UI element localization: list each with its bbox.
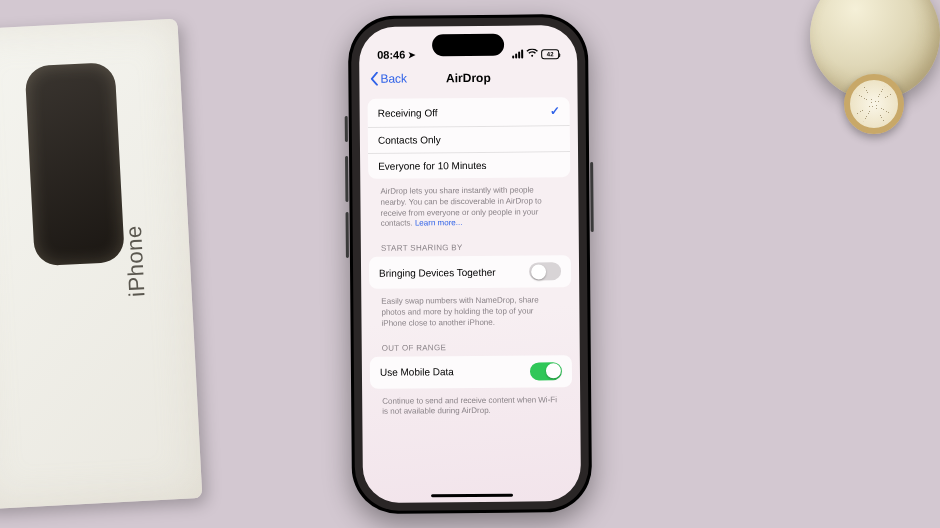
row-use-mobile-data[interactable]: Use Mobile Data <box>370 355 572 389</box>
range-footer: Continue to send and receive content whe… <box>370 391 572 418</box>
receiving-footer: AirDrop lets you share instantly with pe… <box>368 181 570 230</box>
screen: 08:46 ➤ 42 Back AirDrop <box>359 25 581 503</box>
dynamic-island <box>432 34 504 57</box>
battery-icon: 42 <box>541 49 559 59</box>
status-time: 08:46 <box>377 49 405 61</box>
row-label: Use Mobile Data <box>380 366 454 378</box>
row-label: Bringing Devices Together <box>379 266 496 278</box>
iphone-device: 08:46 ➤ 42 Back AirDrop <box>348 14 592 514</box>
option-receiving-off[interactable]: Receiving Off ✓ <box>368 97 570 128</box>
section-header-sharing: START SHARING BY <box>369 228 571 257</box>
option-label: Receiving Off <box>378 107 438 119</box>
iphone-retail-box: iPhone <box>0 19 202 510</box>
back-button[interactable]: Back <box>369 72 407 86</box>
option-contacts-only[interactable]: Contacts Only <box>368 126 570 154</box>
row-bringing-devices-together[interactable]: Bringing Devices Together <box>369 255 571 289</box>
chevron-left-icon <box>369 72 379 86</box>
navigation-bar: Back AirDrop <box>359 61 577 95</box>
learn-more-link[interactable]: Learn more... <box>415 218 463 227</box>
cellular-signal-icon <box>512 50 523 59</box>
sharing-footer: Easily swap numbers with NameDrop, share… <box>369 291 571 329</box>
receiving-options-group: Receiving Off ✓ Contacts Only Everyone f… <box>368 97 571 179</box>
location-icon: ➤ <box>408 49 416 59</box>
option-label: Contacts Only <box>378 134 441 146</box>
option-label: Everyone for 10 Minutes <box>378 160 486 172</box>
page-title: AirDrop <box>446 71 491 85</box>
toggle-bringing-devices[interactable] <box>529 262 561 280</box>
range-group: Use Mobile Data <box>370 355 572 389</box>
box-label: iPhone <box>121 225 151 298</box>
wifi-icon <box>526 48 538 59</box>
back-label: Back <box>380 72 407 86</box>
option-everyone-10-min[interactable]: Everyone for 10 Minutes <box>368 152 570 179</box>
desk-clock-ornament <box>810 0 940 150</box>
home-indicator[interactable] <box>431 493 513 497</box>
check-icon: ✓ <box>550 104 560 118</box>
sharing-group: Bringing Devices Together <box>369 255 571 289</box>
section-header-range: OUT OF RANGE <box>370 328 572 357</box>
toggle-mobile-data[interactable] <box>530 362 562 380</box>
